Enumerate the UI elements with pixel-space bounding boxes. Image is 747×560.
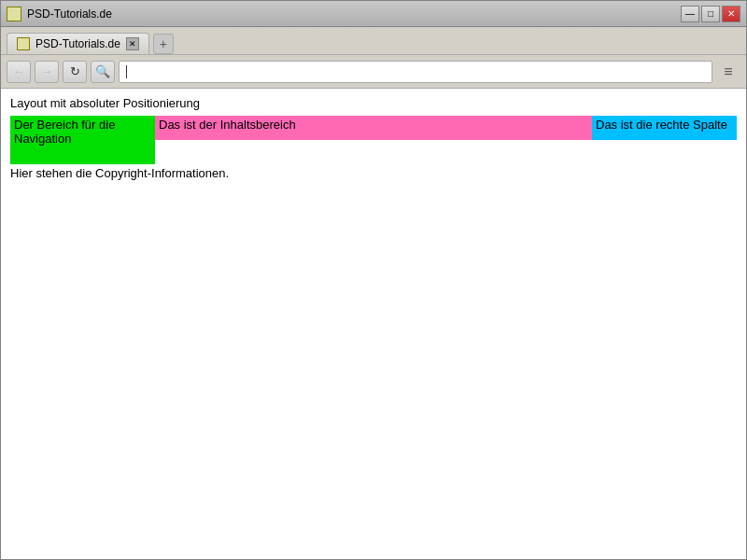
window-icon bbox=[7, 7, 21, 21]
nav-box: Der Bereich für die Navigation bbox=[10, 116, 155, 164]
content-box-text: Das ist der Inhaltsbereich bbox=[159, 118, 296, 132]
minimize-button[interactable]: — bbox=[681, 6, 699, 22]
content-box: Das ist der Inhaltsbereich bbox=[155, 116, 592, 140]
titlebar: PSD-Tutorials.de — □ ✕ bbox=[1, 1, 746, 27]
tab-favicon bbox=[17, 37, 30, 50]
tabbar: PSD-Tutorials.de ✕ + bbox=[1, 27, 746, 55]
right-box-text: Das ist die rechte Spalte bbox=[596, 118, 727, 132]
browser-tab[interactable]: PSD-Tutorials.de ✕ bbox=[7, 33, 149, 54]
layout-container: Der Bereich für die Navigation Das ist d… bbox=[10, 116, 737, 164]
right-box: Das ist die rechte Spalte bbox=[592, 116, 737, 140]
window-title: PSD-Tutorials.de bbox=[27, 7, 681, 21]
back-button[interactable]: ← bbox=[7, 61, 31, 83]
forward-button[interactable]: → bbox=[35, 61, 59, 83]
new-tab-button[interactable]: + bbox=[153, 34, 174, 54]
content-area: Layout mit absoluter Positionierung Der … bbox=[1, 89, 746, 559]
titlebar-buttons: — □ ✕ bbox=[681, 6, 740, 22]
navbar: ← → ↻ 🔍 ≡ bbox=[1, 55, 746, 89]
tab-label: PSD-Tutorials.de bbox=[35, 37, 120, 50]
close-button[interactable]: ✕ bbox=[722, 6, 740, 22]
browser-window: PSD-Tutorials.de — □ ✕ PSD-Tutorials.de … bbox=[0, 0, 747, 560]
maximize-button[interactable]: □ bbox=[701, 6, 720, 22]
address-cursor bbox=[126, 65, 127, 78]
page-title: Layout mit absoluter Positionierung bbox=[10, 96, 737, 110]
search-button[interactable]: 🔍 bbox=[91, 61, 115, 83]
tab-close-button[interactable]: ✕ bbox=[126, 37, 139, 50]
refresh-button[interactable]: ↻ bbox=[63, 61, 87, 83]
address-bar[interactable] bbox=[119, 61, 712, 83]
menu-button[interactable]: ≡ bbox=[716, 61, 740, 83]
footer-text: Hier stehen die Copyright-Informationen. bbox=[10, 166, 737, 180]
nav-box-text: Der Bereich für die Navigation bbox=[14, 118, 115, 146]
